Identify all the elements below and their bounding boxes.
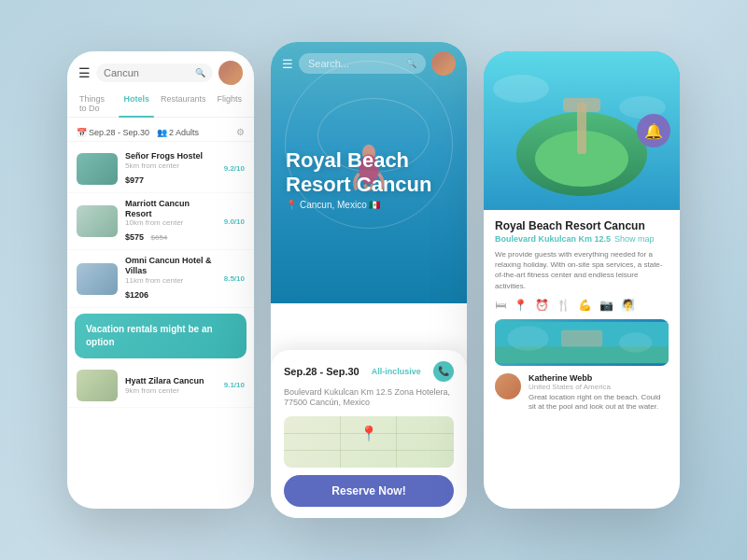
booking-dates: Sep.28 - Sep.30 xyxy=(284,366,359,377)
vacation-rental-banner[interactable]: Vacation rentals might be an option xyxy=(75,314,247,358)
dates-row: Sep.28 - Sep.30 All-inclusive 📞 xyxy=(284,361,454,382)
filter-row: 📅 Sep.28 - Sep.30 👥 2 Adults ⚙ xyxy=(67,123,254,142)
hotel-price-row-3: $1206 xyxy=(125,285,217,301)
search-bar-p2[interactable]: 🔍 xyxy=(299,53,426,74)
hotel-thumb-4 xyxy=(77,370,118,401)
spa-icon: 🧖 xyxy=(621,299,635,312)
phone1-header: ☰ 🔍 xyxy=(67,51,254,91)
hotel-item-3[interactable]: Omni Cancun Hotel & Villas 11km from cen… xyxy=(67,250,254,308)
calendar-icon: 📅 xyxy=(77,128,87,137)
people-icon: 👥 xyxy=(157,128,167,137)
p3-resort-title: Royal Beach Resort Cancun xyxy=(495,219,669,232)
phone-list-view: ☰ 🔍 Things to Do Hotels Restaurants Flig… xyxy=(67,51,254,509)
hotel-item-1[interactable]: Señor Frogs Hostel 5km from center $977 … xyxy=(67,146,254,193)
hero-image: ☰ 🔍 Royal Beach Resort Cancun 📍 Cancun, … xyxy=(271,42,467,303)
hotel-info-2: Marriott Cancun Resort 10km from center … xyxy=(125,199,217,245)
hotel-list: Señor Frogs Hostel 5km from center $977 … xyxy=(67,146,254,308)
search-icon: 🔍 xyxy=(195,68,205,77)
date-filter[interactable]: 📅 Sep.28 - Sep.30 xyxy=(77,128,149,137)
hotel-score-1: 9.2/10 xyxy=(224,164,245,173)
beach-view-svg xyxy=(495,319,669,366)
hotel-thumb-2 xyxy=(77,205,118,237)
booking-card: Sep.28 - Sep.30 All-inclusive 📞 Boulevar… xyxy=(271,350,467,518)
hotel-score-3: 8.5/10 xyxy=(224,274,245,283)
resort-title-area: Royal Beach Resort Cancun 📍 Cancun, Mexi… xyxy=(286,148,452,210)
svg-rect-6 xyxy=(563,98,600,112)
hotel-price-old-2: $654 xyxy=(150,233,167,242)
reviewer-avatar xyxy=(495,373,521,399)
phone2-header: ☰ 🔍 xyxy=(271,51,467,76)
settings-icon[interactable]: ⚙ xyxy=(236,127,245,137)
hotel-name-1: Señor Frogs Hostel xyxy=(125,151,217,161)
tab-hotels[interactable]: Hotels xyxy=(119,91,154,117)
hotel-price-val-2: $575 xyxy=(125,232,144,242)
clock-icon: ⏰ xyxy=(535,299,549,312)
menu-icon-p2[interactable]: ☰ xyxy=(282,57,293,71)
resort-title-p2: Royal Beach Resort Cancun xyxy=(286,148,452,196)
p3-addr-row: Boulevard Kukulcan Km 12.5 Show map xyxy=(495,234,669,244)
reviewer-text: Great location right on the beach. Could… xyxy=(529,393,669,413)
map-grid-v1 xyxy=(340,416,341,468)
hotel-thumb-3 xyxy=(77,263,118,295)
hotel-price-val-1: $977 xyxy=(125,175,144,185)
tab-bar: Things to Do Hotels Restaurants Flights xyxy=(67,91,254,118)
mini-map[interactable]: 📍 xyxy=(284,416,454,468)
dining-icon: 🍴 xyxy=(557,299,571,312)
pin-icon: 📍 xyxy=(286,200,297,210)
search-input-p2[interactable] xyxy=(308,58,402,69)
call-button[interactable]: 📞 xyxy=(433,361,454,382)
hotel-price-1: $977 xyxy=(125,170,217,187)
p3-address: Boulevard Kukulcan Km 12.5 xyxy=(495,234,611,244)
tab-flights[interactable]: Flights xyxy=(212,91,247,117)
all-inclusive-badge: All-inclusive xyxy=(372,367,421,376)
map-grid-h2 xyxy=(284,450,454,451)
hotel-dist-2: 10km from center xyxy=(125,218,217,227)
menu-icon[interactable]: ☰ xyxy=(78,65,91,80)
reviewer-info: Katherine Webb United States of America … xyxy=(529,373,669,413)
bed-icon: 🛏 xyxy=(495,299,506,312)
hotel-dist-4: 9km from center xyxy=(125,386,217,395)
location-text: Cancun, Mexico 🇲🇽 xyxy=(300,200,380,210)
filter-dates: Sep.28 - Sep.30 xyxy=(89,128,149,137)
svg-point-12 xyxy=(507,326,548,351)
search-input[interactable] xyxy=(104,67,191,78)
hotel-info-3: Omni Cancun Hotel & Villas 11km from cen… xyxy=(125,256,217,301)
show-map-link[interactable]: Show map xyxy=(614,234,655,244)
search-bar[interactable]: 🔍 xyxy=(96,63,213,82)
hotel-info-1: Señor Frogs Hostel 5km from center $977 xyxy=(125,151,217,187)
tab-restaurants[interactable]: Restaurants xyxy=(156,91,211,117)
reviewer-country: United States of America xyxy=(529,383,669,391)
svg-point-13 xyxy=(619,332,652,352)
hotel-score-2: 9.0/10 xyxy=(224,217,245,226)
hotel-score-4: 9.1/10 xyxy=(224,381,245,389)
amenities-row: 🛏 📍 ⏰ 🍴 💪 📷 🧖 xyxy=(495,299,669,312)
avatar[interactable] xyxy=(218,61,243,85)
fitness-icon: 💪 xyxy=(578,299,592,312)
camera-icon: 📷 xyxy=(599,299,613,312)
hotel-price-row-2: $575 $654 xyxy=(125,227,217,244)
avatar-p2[interactable] xyxy=(431,51,456,76)
resort-address: Boulevard Kukulcan Km 12.5 Zona Hotelera… xyxy=(284,387,454,409)
reserve-button[interactable]: Reserve Now! xyxy=(284,475,454,507)
hotel-item-2[interactable]: Marriott Cancun Resort 10km from center … xyxy=(67,193,254,251)
resort-location: 📍 Cancun, Mexico 🇲🇽 xyxy=(286,200,452,210)
guests-filter[interactable]: 👥 2 Adults xyxy=(157,128,199,137)
svg-point-7 xyxy=(493,75,549,103)
location-icon: 📍 xyxy=(514,299,528,312)
hotel-thumb-1 xyxy=(77,153,118,185)
resort-photo[interactable] xyxy=(495,319,669,366)
phone-resort-view: ☰ 🔍 Royal Beach Resort Cancun 📍 Cancun, … xyxy=(271,42,467,518)
p3-hero-image: ‹ 🔔 xyxy=(484,51,680,210)
hotel-item-4[interactable]: Hyatt Zilara Cancun 9km from center 9.1/… xyxy=(67,364,254,408)
p3-body: Royal Beach Resort Cancun Boulevard Kuku… xyxy=(484,210,680,422)
hotel-name-2: Marriott Cancun Resort xyxy=(125,199,217,219)
search-icon-p2: 🔍 xyxy=(406,59,416,68)
tab-things-to-do[interactable]: Things to Do xyxy=(75,91,117,117)
filter-guests: 2 Adults xyxy=(169,128,199,137)
hotel-name-3: Omni Cancun Hotel & Villas xyxy=(125,256,217,276)
resort-photo-inner xyxy=(495,319,669,366)
notification-button[interactable]: 🔔 xyxy=(637,114,670,147)
hotel-info-4: Hyatt Zilara Cancun 9km from center xyxy=(125,376,217,395)
review-section: Katherine Webb United States of America … xyxy=(495,373,669,413)
svg-rect-11 xyxy=(561,329,602,346)
